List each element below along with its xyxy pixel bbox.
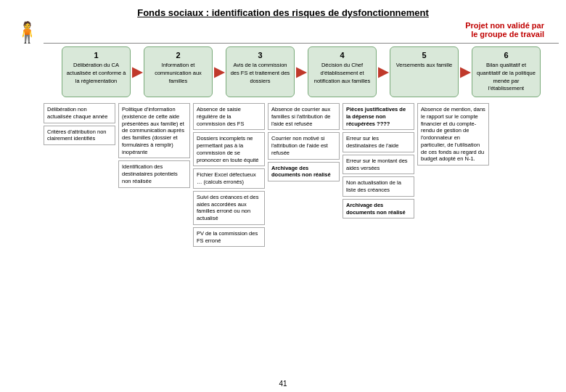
- detail-col-3-item-1: Absence de saisie régulière de la commis…: [193, 103, 265, 130]
- detail-col-2-item-1: Politique d'information (existence de ce…: [118, 103, 190, 158]
- arrow-2-3: ▶: [214, 64, 224, 80]
- step-2-number: 2: [147, 51, 209, 60]
- detail-col-4: Absence de courrier aux familles si l'at…: [268, 103, 340, 247]
- step-3-box: 3 Avis de la commission des FS et traite…: [226, 46, 295, 97]
- detail-col-6-item-1: Absence de mention, dans le rapport sur …: [417, 103, 489, 166]
- step-2-box: 2 Information et communication aux famil…: [144, 46, 213, 97]
- step-5-label: Versements aux famille: [396, 62, 453, 68]
- steps-row: 1 Délibération du CA actualisée et confo…: [0, 46, 566, 97]
- detail-col-5-item-4: Non actualisation de la liste des créanc…: [343, 176, 414, 197]
- step-4-number: 4: [311, 51, 373, 60]
- step-5-box: 5 Versements aux famille: [390, 46, 459, 97]
- detail-col-2: Politique d'information (existence de ce…: [118, 103, 190, 247]
- step-6-box: 6 Bilan qualitatif et quantitatif de la …: [472, 46, 541, 97]
- detail-col-4-item-1: Absence de courrier aux familles si l'at…: [268, 103, 340, 130]
- divider: [44, 43, 559, 44]
- detail-col-5-item-1: Pièces justificatives de la dépense non …: [343, 103, 414, 130]
- page-number: 41: [0, 380, 566, 388]
- detail-col-3-item-3: Fichier Excel défectueux … (calculs erro…: [193, 168, 265, 189]
- detail-col-2-item-2: Identification des destinataires potenti…: [118, 160, 190, 187]
- page-title: Fonds sociaux : identification des risqu…: [0, 0, 566, 21]
- arrow-3-4: ▶: [296, 64, 306, 80]
- step-4-box: 4 Décision du Chef d'établissement et no…: [308, 46, 377, 97]
- step-4-label: Décision du Chef d'établissement et noti…: [314, 62, 371, 84]
- arrow-4-5: ▶: [378, 64, 388, 80]
- step-2-label: Information et communication aux famille…: [155, 62, 202, 84]
- step-3-label: Avis de la commission des FS et traiteme…: [231, 62, 290, 84]
- detail-col-3-item-4: Suivi des créances et des aides accordée…: [193, 191, 265, 225]
- step-5-number: 5: [393, 51, 455, 60]
- detail-col-1: Délibération non actualisée chaque année…: [44, 103, 115, 247]
- step-1-number: 1: [65, 51, 127, 60]
- step-6-number: 6: [475, 51, 537, 60]
- detail-col-5-item-3: Erreur sur le montant des aides versées: [343, 155, 414, 175]
- person-figure: 🧍: [15, 20, 40, 44]
- detail-col-5-item-2: Erreur sur les destinataires de l'aide: [343, 132, 414, 152]
- detail-col-3: Absence de saisie régulière de la commis…: [193, 103, 265, 247]
- details-row: Délibération non actualisée chaque année…: [0, 103, 566, 247]
- detail-col-1-item-2: Critères d'attribution non clairement id…: [44, 126, 115, 146]
- detail-col-4-item-2: Courrier non motivé si l'attribution de …: [268, 132, 340, 159]
- detail-col-1-item-1: Délibération non actualisée chaque année: [44, 103, 115, 123]
- detail-col-3-item-5: PV de la commission des FS erroné: [193, 227, 265, 248]
- step-6-label: Bilan qualitatif et quantitatif de la po…: [477, 62, 536, 91]
- detail-col-5: Pièces justificatives de la dépense non …: [343, 103, 414, 247]
- arrow-5-6: ▶: [460, 64, 470, 80]
- step-1-label: Délibération du CA actualisée et conform…: [67, 62, 126, 84]
- detail-col-6: Absence de mention, dans le rapport sur …: [417, 103, 489, 247]
- arrow-1-2: ▶: [132, 64, 142, 80]
- project-status-subtitle: Projet non validé par le groupe de trava…: [0, 21, 566, 38]
- step-3-number: 3: [229, 51, 291, 60]
- detail-col-3-item-2: Dossiers incomplets ne permettant pas à …: [193, 132, 265, 166]
- step-1-box: 1 Délibération du CA actualisée et confo…: [62, 46, 131, 97]
- detail-col-5-item-5: Archivage des documents non réalisé: [343, 199, 414, 219]
- detail-col-4-item-3: Archivage des documents non réalisé: [268, 162, 340, 182]
